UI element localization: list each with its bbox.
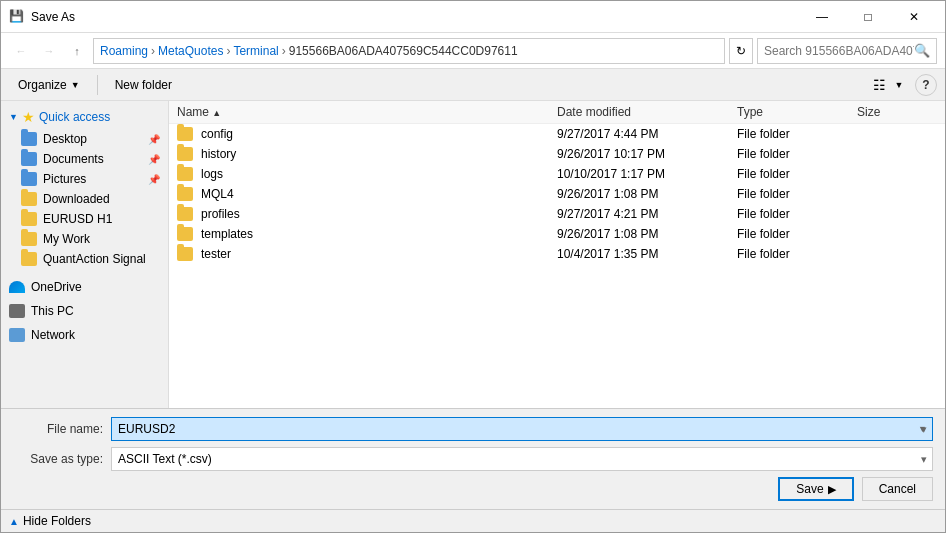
view-dropdown-button[interactable]: ▼ (891, 73, 907, 97)
sidebar-item-documents[interactable]: Documents 📌 (1, 149, 168, 169)
forward-button[interactable]: → (37, 39, 61, 63)
minimize-button[interactable]: — (799, 1, 845, 33)
sidebar-item-onedrive[interactable]: OneDrive (1, 277, 168, 297)
sidebar-item-label: Desktop (43, 132, 87, 146)
breadcrumb-sep-3: › (282, 44, 286, 58)
filename-row: File name: ▼ (13, 417, 933, 441)
buttons-row: Save ▶ Cancel (13, 477, 933, 501)
breadcrumb-item-metaquotes[interactable]: MetaQuotes (158, 44, 223, 58)
file-list-header: Name ▲ Date modified Type Size (169, 101, 945, 124)
file-type-cell: File folder (737, 167, 857, 181)
file-type: File folder (737, 127, 790, 141)
filename-input[interactable] (111, 417, 933, 441)
window-icon: 💾 (9, 9, 25, 25)
search-box[interactable]: 🔍 (757, 38, 937, 64)
file-name: templates (201, 227, 253, 241)
view-dropdown-icon: ▼ (895, 80, 904, 90)
cancel-label: Cancel (879, 482, 916, 496)
refresh-button[interactable]: ↻ (729, 38, 753, 64)
sidebar-item-pictures[interactable]: Pictures 📌 (1, 169, 168, 189)
back-button[interactable]: ← (9, 39, 33, 63)
pictures-folder-icon (21, 172, 37, 186)
sidebar-item-label: Network (31, 328, 75, 342)
forward-icon: → (44, 45, 55, 57)
sidebar-item-desktop[interactable]: Desktop 📌 (1, 129, 168, 149)
new-folder-label: New folder (115, 78, 172, 92)
toolbar-separator (97, 75, 98, 95)
table-row[interactable]: history 9/26/2017 10:17 PM File folder (169, 144, 945, 164)
close-button[interactable]: ✕ (891, 1, 937, 33)
col-header-date[interactable]: Date modified (557, 105, 737, 119)
file-name-cell: templates (177, 227, 557, 241)
sidebar-item-thispc[interactable]: This PC (1, 301, 168, 321)
file-name-cell: config (177, 127, 557, 141)
minimize-icon: — (816, 10, 828, 24)
quick-access-label: Quick access (39, 110, 110, 124)
up-button[interactable]: ↑ (65, 39, 89, 63)
filename-dropdown-icon: ▼ (918, 424, 927, 434)
file-name-cell: tester (177, 247, 557, 261)
view-icon-button[interactable]: ☷ (867, 73, 891, 97)
breadcrumb-item-terminal[interactable]: Terminal (233, 44, 278, 58)
sidebar-item-quantaction[interactable]: QuantAction Signal (1, 249, 168, 269)
file-type: File folder (737, 247, 790, 261)
folder-icon (177, 167, 193, 181)
table-row[interactable]: templates 9/26/2017 1:08 PM File folder (169, 224, 945, 244)
file-type: File folder (737, 147, 790, 161)
toolbar: Organize ▼ New folder ☷ ▼ ? (1, 69, 945, 101)
sidebar-item-label: Pictures (43, 172, 86, 186)
filetype-select[interactable]: ASCII Text (*.csv) CSV (*.csv) Text (*.t… (111, 447, 933, 471)
table-row[interactable]: tester 10/4/2017 1:35 PM File folder (169, 244, 945, 264)
maximize-button[interactable]: □ (845, 1, 891, 33)
sidebar-item-label: Downloaded (43, 192, 110, 206)
breadcrumb[interactable]: Roaming › MetaQuotes › Terminal › 915566… (93, 38, 725, 64)
documents-folder-icon (21, 152, 37, 166)
mywork-folder-icon (21, 232, 37, 246)
save-as-dialog: 💾 Save As — □ ✕ ← → ↑ Roaming › Meta (0, 0, 946, 533)
sidebar-item-network[interactable]: Network (1, 325, 168, 345)
search-icon: 🔍 (914, 43, 930, 58)
col-header-type[interactable]: Type (737, 105, 857, 119)
downloaded-folder-icon (21, 192, 37, 206)
quick-access-header[interactable]: ▼ ★ Quick access (1, 105, 168, 129)
file-date: 9/27/2017 4:44 PM (557, 127, 658, 141)
table-row[interactable]: profiles 9/27/2017 4:21 PM File folder (169, 204, 945, 224)
sidebar-item-eurusd-h1[interactable]: EURUSD H1 (1, 209, 168, 229)
save-label: Save (796, 482, 823, 496)
back-icon: ← (16, 45, 27, 57)
new-folder-button[interactable]: New folder (106, 73, 181, 97)
hide-folders-arrow-icon: ▲ (9, 516, 19, 527)
table-row[interactable]: config 9/27/2017 4:44 PM File folder (169, 124, 945, 144)
sidebar-item-label: My Work (43, 232, 90, 246)
col-header-size[interactable]: Size (857, 105, 937, 119)
file-date: 9/26/2017 10:17 PM (557, 147, 665, 161)
filetype-select-wrapper: ASCII Text (*.csv) CSV (*.csv) Text (*.t… (111, 447, 933, 471)
filetype-row: Save as type: ASCII Text (*.csv) CSV (*.… (13, 447, 933, 471)
cancel-button[interactable]: Cancel (862, 477, 933, 501)
maximize-icon: □ (864, 10, 871, 24)
sidebar-item-label: EURUSD H1 (43, 212, 112, 226)
col-header-name[interactable]: Name ▲ (177, 105, 557, 119)
filename-input-wrapper: ▼ (111, 417, 933, 441)
window-title: Save As (31, 10, 799, 24)
sidebar-item-downloaded[interactable]: Downloaded (1, 189, 168, 209)
view-grid-icon: ☷ (873, 77, 886, 93)
organize-button[interactable]: Organize ▼ (9, 73, 89, 97)
folder-icon (177, 247, 193, 261)
breadcrumb-item-roaming[interactable]: Roaming (100, 44, 148, 58)
save-button[interactable]: Save ▶ (778, 477, 853, 501)
folder-icon (177, 147, 193, 161)
help-button[interactable]: ? (915, 74, 937, 96)
breadcrumb-sep-1: › (151, 44, 155, 58)
table-row[interactable]: logs 10/10/2017 1:17 PM File folder (169, 164, 945, 184)
table-row[interactable]: MQL4 9/26/2017 1:08 PM File folder (169, 184, 945, 204)
organize-label: Organize (18, 78, 67, 92)
file-name-cell: history (177, 147, 557, 161)
sidebar-item-my-work[interactable]: My Work (1, 229, 168, 249)
quick-access-star-icon: ★ (22, 109, 35, 125)
pin-icon: 📌 (148, 154, 160, 165)
search-input[interactable] (764, 44, 914, 58)
hide-folders-row[interactable]: ▲ Hide Folders (1, 509, 945, 532)
folder-icon (177, 187, 193, 201)
bottom-section: File name: ▼ Save as type: ASCII Text (*… (1, 408, 945, 509)
